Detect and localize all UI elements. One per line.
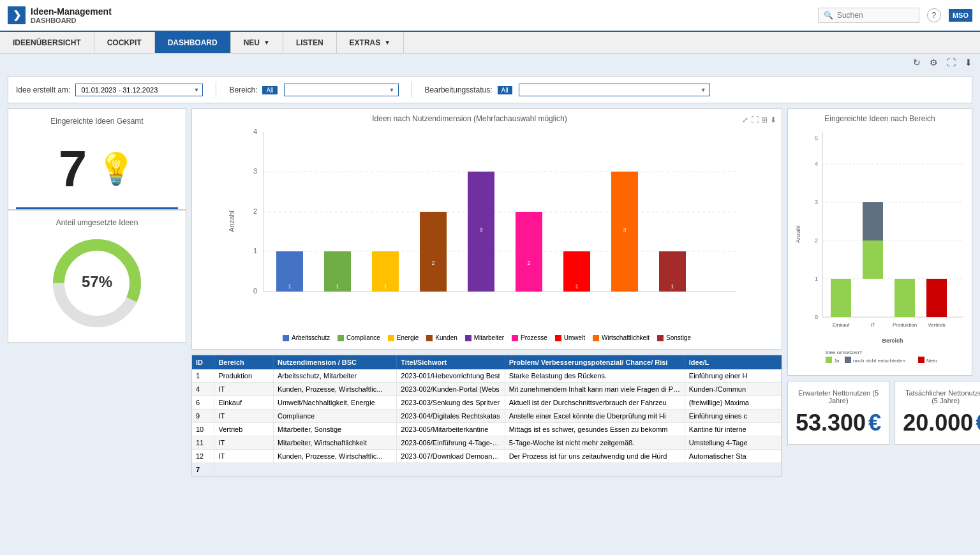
- cell-problem: Starke Belastung des Rückens.: [505, 369, 685, 383]
- svg-text:Vertrieb: Vertrieb: [928, 322, 946, 328]
- nav-item-listen[interactable]: LISTEN: [283, 32, 337, 53]
- legend-wirtschaftlichkeit: Wirtschaftlichkeit: [593, 334, 650, 341]
- actual-metric-currency: €: [976, 410, 980, 436]
- svg-text:noch nicht entschieden: noch nicht entschieden: [853, 358, 905, 364]
- legend-dot-mitarbeiter: [465, 335, 471, 341]
- svg-text:Ja: Ja: [834, 358, 840, 364]
- legend-dot-umwelt: [555, 335, 561, 341]
- chart-icon-3[interactable]: ⊞: [761, 115, 768, 124]
- download-button[interactable]: ⬇: [962, 56, 975, 69]
- legend-energie: Energie: [388, 334, 419, 341]
- cell-id: 6: [192, 396, 214, 410]
- nav-item-cockpit[interactable]: COCKPIT: [94, 32, 155, 53]
- search-input[interactable]: [837, 11, 914, 20]
- status-filter-group: Bearbeitungsstatus: All: [425, 84, 710, 96]
- search-icon: 🔍: [824, 11, 833, 20]
- table-footer-row: 7: [192, 463, 782, 477]
- col-idee: Idee/L: [685, 355, 781, 369]
- actual-metric-value-row: 20.000 €: [903, 410, 980, 436]
- col-bereich: Bereich: [214, 355, 274, 369]
- svg-rect-42: [826, 357, 832, 363]
- table-row: 1ProduktionArbeitsschutz, Mitarbeiter202…: [192, 369, 782, 383]
- legend-dot-energie: [388, 335, 394, 341]
- col-id: ID: [192, 355, 214, 369]
- svg-text:1: 1: [253, 247, 257, 255]
- bar-einkauf-ja: [831, 279, 851, 317]
- cell-nutzendimension: Mitarbeiter, Sonstige: [273, 423, 396, 436]
- svg-text:2: 2: [253, 207, 257, 215]
- big-number-container: 7 💡: [16, 131, 178, 209]
- actual-metric-label: Tatsächlicher Nettonutzen (5 Jahre): [903, 389, 980, 404]
- chart-title-row: Ideen nach Nutzendimension (Mehrfachausw…: [197, 114, 776, 126]
- legend-dot-kunden: [426, 335, 433, 341]
- date-select[interactable]: 01.01.2023 - 31.12.2023: [75, 84, 203, 96]
- filter-divider-2: [412, 82, 412, 98]
- legend-dot-wirtschaftlichkeit: [593, 335, 599, 341]
- cell-idee: (freiwillige) Maxima: [685, 396, 781, 410]
- expand-button[interactable]: ⛶: [944, 56, 958, 69]
- expected-metric-label: Erwarteter Nettonutzen (5 Jahre): [796, 389, 881, 404]
- cell-problem: Mit zunehmendem Inhalt kann man viele Fr…: [505, 383, 685, 396]
- legend-kunden: Kunden: [426, 334, 457, 341]
- cell-idee: Automatischer Sta: [685, 450, 781, 463]
- legend-mitarbeiter: Mitarbeiter: [465, 334, 504, 341]
- right-chart-panel: Eingereichte Ideen nach Bereich 0 1 2: [787, 108, 972, 376]
- svg-text:IT: IT: [870, 322, 875, 328]
- table-row: 4ITKunden, Prozesse, Wirtschaftlic...202…: [192, 383, 782, 396]
- col-problem: Problem/ Verbesserungspotenzial/ Chance/…: [505, 355, 685, 369]
- bar-chart-title: Ideen nach Nutzendimension (Mehrfachausw…: [372, 114, 567, 123]
- nav-bar: IDEENÜBERSICHT COCKPIT DASHBOARD NEU ▼ L…: [0, 32, 980, 54]
- col-nutzendimension: Nutzendimension / BSC: [273, 355, 396, 369]
- donut-wrapper: 57%: [16, 232, 178, 334]
- donut-chart: 57%: [46, 232, 148, 334]
- status-select[interactable]: [519, 84, 710, 96]
- actual-metric-value: 20.000: [903, 410, 973, 436]
- expected-metric-value-row: 53.300 €: [796, 410, 881, 436]
- nav-item-ideenuebersicht[interactable]: IDEENÜBERSICHT: [0, 32, 94, 53]
- svg-text:1: 1: [671, 283, 674, 290]
- cell-id: 11: [192, 436, 214, 450]
- status-select-wrapper: [519, 84, 710, 96]
- date-filter-group: Idee erstellt am: 01.01.2023 - 31.12.202…: [16, 84, 203, 96]
- nav-item-neu[interactable]: NEU ▼: [231, 32, 283, 53]
- header-title: Ideen-Management DASHBOARD: [31, 6, 112, 25]
- bereich-filter-label: Bereich:: [229, 85, 257, 94]
- cell-titel: 2023-004/Digitales Rechtskatas: [397, 410, 505, 423]
- logo: ❯ Ideen-Management DASHBOARD: [8, 6, 112, 25]
- nav-item-extras[interactable]: EXTRAS ▼: [337, 32, 405, 53]
- left-panel: Eingereichte Ideen Gesamt 7 💡 Anteil umg…: [8, 108, 186, 477]
- logo-arrow: ❯: [8, 6, 26, 24]
- bar-chart-panel: Ideen nach Nutzendimension (Mehrfachausw…: [191, 108, 782, 350]
- cell-idee: Kunden-/Commun: [685, 383, 781, 396]
- bar-chart-legend: Arbeitsschutz Compliance Energie Kunden: [197, 334, 776, 344]
- svg-text:3: 3: [253, 167, 257, 175]
- svg-text:1: 1: [288, 283, 291, 290]
- help-button[interactable]: ?: [927, 8, 941, 22]
- bereich-select-wrapper: [284, 84, 399, 96]
- svg-text:2: 2: [431, 260, 434, 266]
- chart-icon-4[interactable]: ⬇: [770, 115, 776, 124]
- chart-icon-2[interactable]: ⛶: [751, 115, 759, 124]
- middle-panel: Ideen nach Nutzendimension (Mehrfachausw…: [191, 108, 782, 477]
- cell-id: 9: [192, 410, 214, 423]
- cell-id: 12: [192, 450, 214, 463]
- svg-text:Einkauf: Einkauf: [833, 322, 850, 328]
- table-row: 9ITCompliance2023-004/Digitales Rechtska…: [192, 410, 782, 423]
- nav-item-dashboard[interactable]: DASHBOARD: [155, 32, 231, 53]
- search-box[interactable]: 🔍: [818, 8, 919, 23]
- cell-bereich: IT: [214, 436, 274, 450]
- svg-text:2: 2: [527, 260, 530, 266]
- table-row: 10VertriebMitarbeiter, Sonstige2023-005/…: [192, 423, 782, 436]
- table-row: 11ITMitarbeiter, Wirtschaftlichkeit2023-…: [192, 436, 782, 450]
- refresh-button[interactable]: ↻: [910, 56, 923, 69]
- bereich-select[interactable]: [284, 84, 399, 96]
- legend-dot-prozesse: [512, 335, 518, 341]
- settings-button[interactable]: ⚙: [927, 56, 940, 69]
- big-number: 7: [59, 144, 87, 195]
- header: ❯ Ideen-Management DASHBOARD 🔍 ? MSO: [0, 0, 980, 32]
- chart-icon-1[interactable]: ⤢: [742, 115, 748, 124]
- legend-dot-arbeitsschutz: [283, 335, 289, 341]
- cell-nutzendimension: Kunden, Prozesse, Wirtschaftlic...: [273, 450, 396, 463]
- implemented-title: Anteil umgesetzte Ideen: [16, 218, 178, 227]
- expected-metric-value: 53.300: [796, 410, 866, 436]
